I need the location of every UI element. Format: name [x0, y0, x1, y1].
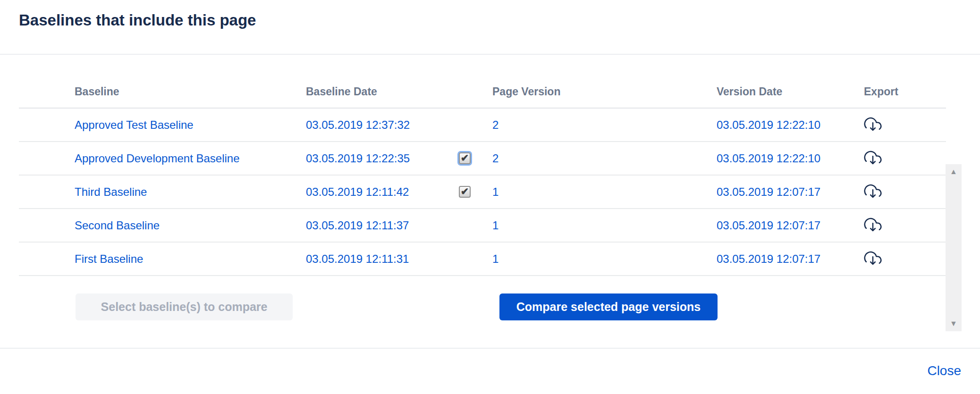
column-header-page-version: Page Version: [478, 85, 717, 98]
close-link[interactable]: Close: [927, 363, 961, 378]
baseline-link[interactable]: First Baseline: [75, 252, 143, 265]
baseline-link[interactable]: Approved Development Baseline: [75, 152, 240, 165]
baseline-date-link[interactable]: 03.05.2019 12:11:31: [306, 252, 409, 265]
baselines-table: Baseline Baseline Date Page Version Vers…: [0, 55, 980, 276]
baseline-link[interactable]: Third Baseline: [75, 185, 147, 198]
table-row: Approved Test Baseline 03.05.2019 12:37:…: [19, 109, 946, 142]
compare-selected-page-versions-button[interactable]: Compare selected page versions: [499, 293, 718, 320]
export-icon[interactable]: [864, 150, 882, 167]
dialog-title: Baselines that include this page: [19, 11, 256, 29]
version-date-link[interactable]: 03.05.2019 12:22:10: [717, 118, 820, 131]
version-date-link[interactable]: 03.05.2019 12:22:10: [717, 152, 820, 165]
page-version-link[interactable]: 1: [492, 252, 498, 265]
baseline-date-link[interactable]: 03.05.2019 12:22:35: [306, 152, 410, 165]
page-version-link[interactable]: 1: [492, 219, 498, 232]
column-header-export: Export: [864, 85, 946, 98]
table-row: Second Baseline 03.05.2019 12:11:37 1 03…: [19, 209, 946, 243]
page-version-link[interactable]: 2: [492, 152, 498, 165]
baseline-link[interactable]: Second Baseline: [75, 219, 160, 232]
export-icon[interactable]: [864, 117, 882, 134]
page-version-checkbox[interactable]: ✔: [459, 186, 471, 198]
column-header-baseline: Baseline: [19, 85, 306, 98]
baseline-link[interactable]: Approved Test Baseline: [75, 118, 194, 131]
scroll-up-icon[interactable]: ▲: [950, 168, 957, 176]
table-scrollbar[interactable]: ▲ ▼: [946, 164, 962, 331]
select-baselines-to-compare-button[interactable]: Select baseline(s) to compare: [76, 293, 293, 320]
export-icon[interactable]: [864, 251, 882, 268]
table-row: Approved Development Baseline 03.05.2019…: [19, 142, 946, 176]
export-icon[interactable]: [864, 217, 882, 234]
baseline-date-link[interactable]: 03.05.2019 12:37:32: [306, 118, 410, 131]
table-row: Third Baseline 03.05.2019 12:11:42 ✔ 1 0…: [19, 176, 946, 209]
page-version-checkbox[interactable]: ✔: [459, 152, 471, 164]
version-date-link[interactable]: 03.05.2019 12:07:17: [717, 185, 820, 198]
table-body: Approved Test Baseline 03.05.2019 12:37:…: [0, 109, 980, 276]
table-header-row: Baseline Baseline Date Page Version Vers…: [19, 55, 946, 109]
footer-divider: [0, 348, 980, 349]
baseline-date-link[interactable]: 03.05.2019 12:11:42: [306, 185, 409, 198]
checkmark-icon: ✔: [461, 153, 469, 163]
checkmark-icon: ✔: [461, 186, 469, 196]
baseline-date-link[interactable]: 03.05.2019 12:11:37: [306, 219, 409, 232]
column-header-baseline-date: Baseline Date: [306, 85, 448, 98]
export-icon[interactable]: [864, 184, 882, 201]
scroll-down-icon[interactable]: ▼: [950, 320, 957, 327]
page-version-link[interactable]: 1: [492, 185, 498, 198]
table-row: First Baseline 03.05.2019 12:11:31 1 03.…: [19, 243, 946, 276]
column-header-version-date: Version Date: [717, 85, 864, 98]
version-date-link[interactable]: 03.05.2019 12:07:17: [717, 252, 820, 265]
page-version-link[interactable]: 2: [492, 118, 498, 131]
version-date-link[interactable]: 03.05.2019 12:07:17: [717, 219, 820, 232]
